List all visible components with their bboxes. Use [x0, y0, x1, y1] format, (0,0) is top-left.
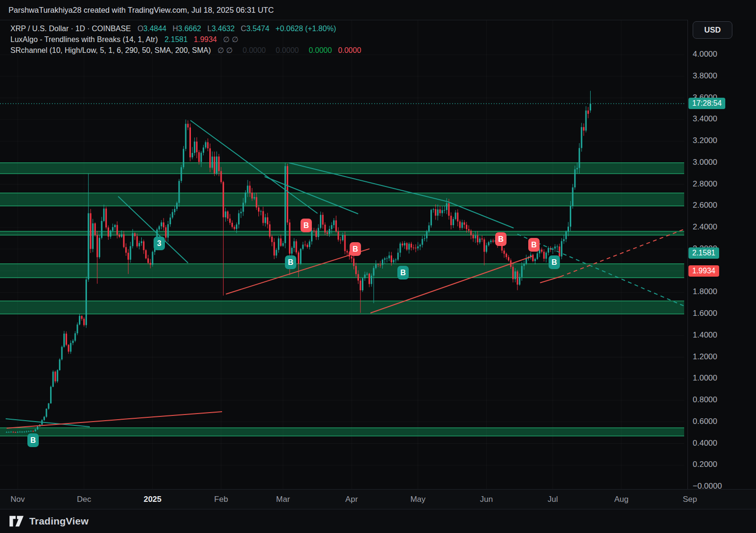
candle-body	[50, 387, 52, 403]
time-axis-label-mar: Mar	[276, 495, 290, 504]
candle-body	[269, 224, 270, 237]
candle-body	[302, 245, 304, 249]
candle-body	[309, 241, 310, 247]
time-axis-label-dec: Dec	[77, 495, 91, 504]
candle-body	[96, 235, 98, 257]
price-tick: 2.8000	[693, 179, 717, 189]
candle-body	[362, 278, 363, 290]
candle-body	[386, 258, 387, 259]
candle-body	[548, 248, 549, 253]
chart-canvas[interactable]	[0, 20, 687, 490]
candle-body	[353, 258, 354, 266]
candle-body	[132, 233, 133, 246]
price-axis[interactable]: USD 4.00003.80003.60003.40003.20003.0000…	[687, 20, 756, 489]
candle-body	[30, 431, 32, 431]
price-tick: 0.6000	[693, 417, 717, 426]
candle-body	[296, 241, 297, 253]
candle-body	[28, 431, 29, 432]
indicator-row-srchannel[interactable]: SRchannel (10, High/Low, 5, 1, 6, 290, 5…	[10, 45, 361, 56]
candle-body	[426, 231, 428, 238]
candle-body	[59, 359, 60, 370]
candle-body	[576, 168, 578, 169]
price-tick: 2.6000	[693, 201, 717, 210]
candle-body	[313, 230, 315, 231]
candle-body	[468, 229, 470, 230]
price-tick: 1.0000	[693, 373, 717, 383]
candle-body	[72, 341, 74, 343]
symbol-title[interactable]: XRP / U.S. Dollar · 1D · COINBASE	[10, 23, 131, 34]
price-tick: 2.4000	[693, 222, 717, 232]
candle-body	[342, 235, 344, 240]
candle-body	[8, 432, 9, 432]
candle-body	[585, 110, 587, 130]
time-axis-label-jun: Jun	[480, 495, 493, 504]
candle-body	[271, 237, 273, 242]
candle-body	[579, 148, 580, 168]
candle-body	[397, 253, 399, 260]
candle-body	[384, 258, 386, 260]
candle-body	[466, 225, 467, 229]
signal-label-b: B	[301, 219, 312, 232]
candle-body	[225, 212, 226, 218]
candle-body	[326, 232, 328, 234]
candle-body	[232, 223, 233, 227]
candle-body	[437, 210, 438, 216]
signal-label-b: B	[495, 232, 507, 246]
candle-body	[399, 244, 401, 253]
candle-body	[143, 241, 145, 250]
candle-body	[402, 244, 403, 245]
candle-body	[287, 166, 288, 222]
chart-pane[interactable]: XRP / U.S. Dollar · 1D · COINBASE O3.484…	[0, 20, 687, 490]
close-label: C	[241, 23, 247, 34]
candle-body	[229, 219, 231, 223]
candle-body	[141, 241, 142, 243]
candle-body	[441, 210, 443, 213]
candle-body	[34, 430, 36, 431]
chart-legend: XRP / U.S. Dollar · 1D · COINBASE O3.484…	[10, 23, 361, 56]
srchannel-value-4: 0.0000	[338, 45, 361, 56]
candle-body	[364, 275, 366, 279]
candle-body	[470, 231, 472, 235]
candle-body	[88, 213, 89, 279]
tradingview-brand[interactable]: TradingView	[9, 515, 89, 527]
candle-body	[198, 152, 200, 162]
signal-label-b: B	[397, 266, 409, 279]
candle-body	[200, 153, 202, 162]
time-axis-label-nov: Nov	[10, 495, 25, 504]
candle-body	[70, 343, 71, 352]
axis-badge-countdown: 17:28:54	[688, 98, 725, 109]
candle-body	[570, 206, 571, 227]
candle-body	[413, 247, 414, 248]
candle-body	[351, 256, 352, 258]
indicator-row-luxalgo[interactable]: LuxAlgo - Trendlines with Breaks (14, 1,…	[10, 34, 361, 45]
candle-body	[189, 127, 191, 157]
candle-body	[472, 235, 474, 238]
price-tick: 0.4000	[693, 439, 717, 448]
time-axis[interactable]: NovDec2025FebMarAprMayJunJulAugSep	[0, 489, 756, 509]
red-trendline[interactable]	[7, 412, 222, 428]
sr-band	[0, 301, 684, 314]
candle-body	[316, 230, 317, 237]
indicator-title[interactable]: LuxAlgo - Trendlines with Breaks (14, 1,…	[10, 34, 158, 45]
symbol-row[interactable]: XRP / U.S. Dollar · 1D · COINBASE O3.484…	[10, 23, 361, 34]
candle-body	[241, 212, 242, 213]
candle-body	[421, 239, 423, 245]
candle-body	[33, 431, 34, 431]
candle-body	[320, 215, 321, 228]
candle-body	[103, 209, 104, 221]
empty-set-icons: ∅ ∅	[223, 34, 238, 45]
candle-body	[203, 147, 204, 152]
candle-body	[227, 212, 228, 219]
candle-body	[329, 229, 330, 234]
candle-body	[448, 203, 449, 216]
price-tick: 4.0000	[693, 50, 717, 59]
time-axis-label-apr: Apr	[345, 495, 358, 504]
candle-body	[138, 243, 140, 246]
candle-body	[196, 142, 198, 152]
candle-body	[543, 252, 545, 259]
candle-body	[534, 259, 536, 261]
candle-body	[161, 222, 162, 226]
currency-button[interactable]: USD	[693, 21, 732, 39]
indicator-title[interactable]: SRchannel (10, High/Low, 5, 1, 6, 290, 5…	[10, 45, 211, 56]
candle-body	[587, 110, 589, 114]
